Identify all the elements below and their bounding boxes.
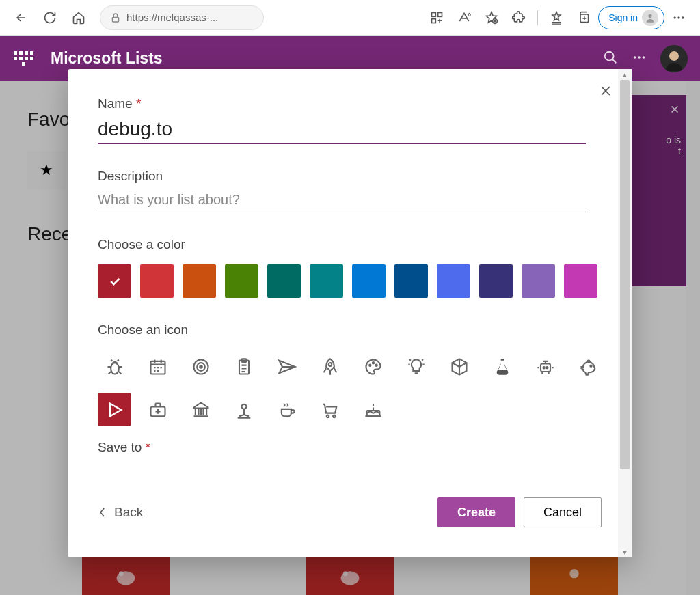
svg-point-30 — [372, 362, 373, 363]
profile-icon — [642, 10, 658, 26]
apps-button[interactable] — [424, 5, 450, 31]
airplane-icon[interactable] — [270, 350, 304, 383]
color-picker — [98, 264, 602, 298]
color-red[interactable] — [140, 264, 174, 298]
color-dark-red[interactable] — [98, 264, 131, 298]
svg-rect-0 — [112, 17, 118, 22]
extensions-button[interactable] — [506, 5, 532, 31]
svg-point-33 — [543, 367, 544, 368]
svg-point-25 — [200, 365, 202, 368]
description-input[interactable] — [98, 188, 586, 212]
svg-point-29 — [369, 364, 371, 365]
lightbulb-icon[interactable] — [399, 350, 433, 383]
signin-label: Sign in — [608, 12, 638, 23]
reload-button[interactable] — [37, 5, 63, 31]
home-button[interactable] — [66, 5, 92, 31]
svg-point-8 — [677, 16, 679, 18]
url-text: https://melqassas-... — [126, 12, 218, 23]
more-header-icon[interactable] — [632, 50, 647, 68]
read-aloud-button[interactable] — [451, 5, 477, 31]
svg-point-13 — [643, 56, 645, 59]
svg-point-9 — [682, 16, 684, 18]
svg-rect-3 — [432, 18, 436, 23]
icon-picker — [98, 350, 617, 426]
name-label: Name * — [98, 96, 602, 111]
back-button[interactable] — [8, 5, 34, 31]
color-pink[interactable] — [564, 264, 597, 298]
signin-button[interactable]: Sign in — [598, 6, 664, 29]
favorites-add-button[interactable] — [479, 5, 504, 31]
firstaid-icon[interactable] — [141, 393, 174, 426]
cart-icon[interactable] — [313, 393, 347, 426]
palette-icon[interactable] — [356, 350, 390, 383]
save-to-label: Save to * — [98, 440, 602, 455]
search-icon[interactable] — [603, 50, 618, 68]
svg-point-37 — [241, 404, 246, 409]
modal-close-button[interactable] — [599, 84, 612, 100]
flask-icon[interactable] — [485, 350, 519, 383]
color-purple[interactable] — [522, 264, 555, 298]
color-indigo[interactable] — [479, 264, 513, 298]
svg-point-35 — [590, 365, 591, 366]
create-list-modal: ▲ ▼ Name * Description Choose a color Ch… — [68, 69, 632, 557]
browser-toolbar: https://melqassas-... Sign in — [0, 0, 700, 36]
color-orange[interactable] — [183, 264, 216, 298]
mappin-icon[interactable] — [227, 393, 260, 426]
address-bar[interactable]: https://melqassas-... — [100, 5, 264, 30]
choose-color-label: Choose a color — [98, 237, 602, 252]
favorites-list-button[interactable] — [543, 5, 569, 31]
color-teal[interactable] — [310, 264, 343, 298]
cake-icon[interactable] — [356, 393, 390, 426]
svg-point-12 — [638, 56, 641, 59]
svg-point-11 — [634, 56, 636, 59]
svg-rect-2 — [438, 12, 442, 16]
rocket-icon[interactable] — [313, 350, 347, 383]
divider — [537, 10, 538, 25]
clipboard-icon[interactable] — [227, 350, 260, 383]
color-teal-dark[interactable] — [267, 264, 301, 298]
more-button[interactable] — [666, 5, 692, 31]
name-input[interactable] — [98, 115, 586, 144]
bug-icon[interactable] — [98, 350, 131, 383]
collections-button[interactable] — [571, 5, 597, 31]
svg-point-38 — [326, 415, 329, 417]
color-green[interactable] — [225, 264, 258, 298]
cube-icon[interactable] — [442, 350, 476, 383]
svg-rect-32 — [541, 363, 550, 372]
color-navy[interactable] — [394, 264, 428, 298]
user-avatar[interactable] — [660, 45, 688, 72]
app-title: Microsoft Lists — [51, 49, 163, 68]
svg-rect-1 — [432, 12, 436, 16]
svg-point-31 — [375, 364, 377, 365]
choose-icon-label: Choose an icon — [98, 322, 602, 337]
cancel-button[interactable]: Cancel — [524, 497, 602, 527]
piggybank-icon[interactable] — [571, 350, 605, 383]
svg-point-21 — [111, 363, 119, 374]
target-icon[interactable] — [184, 350, 217, 383]
create-button[interactable]: Create — [438, 497, 515, 527]
app-launcher-button[interactable] — [12, 48, 34, 70]
color-blue-light[interactable] — [437, 264, 470, 298]
svg-point-15 — [669, 51, 679, 61]
svg-point-28 — [328, 363, 332, 366]
svg-point-10 — [605, 51, 614, 60]
svg-point-39 — [333, 415, 336, 417]
description-label: Description — [98, 169, 602, 184]
svg-point-34 — [546, 367, 548, 368]
calendar-icon[interactable] — [141, 350, 174, 383]
scroll-down-icon[interactable]: ▼ — [618, 546, 632, 557]
bank-icon[interactable] — [184, 393, 217, 426]
play-icon[interactable] — [98, 393, 131, 426]
back-button[interactable]: Back — [98, 505, 143, 520]
robot-icon[interactable] — [528, 350, 562, 383]
svg-point-6 — [648, 14, 651, 17]
lock-icon — [110, 12, 121, 23]
color-blue[interactable] — [352, 264, 386, 298]
back-label: Back — [114, 505, 143, 520]
svg-point-7 — [674, 16, 676, 18]
coffee-icon[interactable] — [270, 393, 304, 426]
